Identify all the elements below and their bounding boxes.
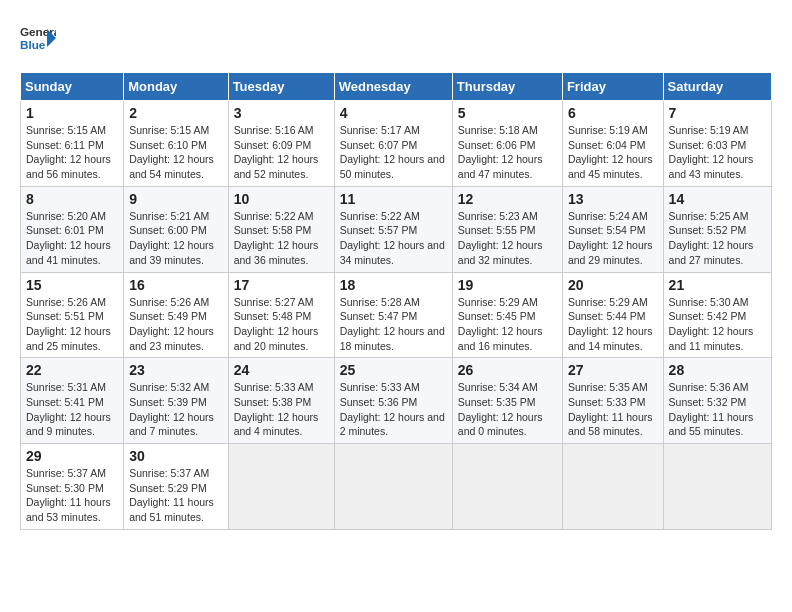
weekday-header-saturday: Saturday bbox=[663, 73, 771, 101]
calendar-cell: 28 Sunrise: 5:36 AM Sunset: 5:32 PM Dayl… bbox=[663, 358, 771, 444]
calendar-cell: 27 Sunrise: 5:35 AM Sunset: 5:33 PM Dayl… bbox=[562, 358, 663, 444]
day-info: Sunrise: 5:30 AM Sunset: 5:42 PM Dayligh… bbox=[669, 295, 766, 354]
day-number: 4 bbox=[340, 105, 447, 121]
day-number: 25 bbox=[340, 362, 447, 378]
calendar-cell: 2 Sunrise: 5:15 AM Sunset: 6:10 PM Dayli… bbox=[124, 101, 228, 187]
day-info: Sunrise: 5:29 AM Sunset: 5:44 PM Dayligh… bbox=[568, 295, 658, 354]
day-info: Sunrise: 5:31 AM Sunset: 5:41 PM Dayligh… bbox=[26, 380, 118, 439]
calendar-cell: 10 Sunrise: 5:22 AM Sunset: 5:58 PM Dayl… bbox=[228, 186, 334, 272]
calendar-cell: 14 Sunrise: 5:25 AM Sunset: 5:52 PM Dayl… bbox=[663, 186, 771, 272]
calendar-cell: 17 Sunrise: 5:27 AM Sunset: 5:48 PM Dayl… bbox=[228, 272, 334, 358]
day-number: 30 bbox=[129, 448, 222, 464]
calendar-week-3: 15 Sunrise: 5:26 AM Sunset: 5:51 PM Dayl… bbox=[21, 272, 772, 358]
day-info: Sunrise: 5:19 AM Sunset: 6:04 PM Dayligh… bbox=[568, 123, 658, 182]
day-number: 6 bbox=[568, 105, 658, 121]
day-info: Sunrise: 5:24 AM Sunset: 5:54 PM Dayligh… bbox=[568, 209, 658, 268]
day-number: 8 bbox=[26, 191, 118, 207]
day-info: Sunrise: 5:18 AM Sunset: 6:06 PM Dayligh… bbox=[458, 123, 557, 182]
weekday-header-thursday: Thursday bbox=[452, 73, 562, 101]
day-number: 24 bbox=[234, 362, 329, 378]
day-info: Sunrise: 5:36 AM Sunset: 5:32 PM Dayligh… bbox=[669, 380, 766, 439]
calendar-week-4: 22 Sunrise: 5:31 AM Sunset: 5:41 PM Dayl… bbox=[21, 358, 772, 444]
weekday-header-wednesday: Wednesday bbox=[334, 73, 452, 101]
calendar-cell: 7 Sunrise: 5:19 AM Sunset: 6:03 PM Dayli… bbox=[663, 101, 771, 187]
weekday-header-monday: Monday bbox=[124, 73, 228, 101]
day-info: Sunrise: 5:33 AM Sunset: 5:36 PM Dayligh… bbox=[340, 380, 447, 439]
day-info: Sunrise: 5:35 AM Sunset: 5:33 PM Dayligh… bbox=[568, 380, 658, 439]
day-info: Sunrise: 5:23 AM Sunset: 5:55 PM Dayligh… bbox=[458, 209, 557, 268]
day-info: Sunrise: 5:32 AM Sunset: 5:39 PM Dayligh… bbox=[129, 380, 222, 439]
calendar-cell: 29 Sunrise: 5:37 AM Sunset: 5:30 PM Dayl… bbox=[21, 444, 124, 530]
calendar-cell: 8 Sunrise: 5:20 AM Sunset: 6:01 PM Dayli… bbox=[21, 186, 124, 272]
weekday-header-friday: Friday bbox=[562, 73, 663, 101]
day-info: Sunrise: 5:33 AM Sunset: 5:38 PM Dayligh… bbox=[234, 380, 329, 439]
calendar-cell: 11 Sunrise: 5:22 AM Sunset: 5:57 PM Dayl… bbox=[334, 186, 452, 272]
calendar-week-2: 8 Sunrise: 5:20 AM Sunset: 6:01 PM Dayli… bbox=[21, 186, 772, 272]
calendar-cell: 21 Sunrise: 5:30 AM Sunset: 5:42 PM Dayl… bbox=[663, 272, 771, 358]
day-info: Sunrise: 5:34 AM Sunset: 5:35 PM Dayligh… bbox=[458, 380, 557, 439]
calendar-cell: 18 Sunrise: 5:28 AM Sunset: 5:47 PM Dayl… bbox=[334, 272, 452, 358]
calendar-cell bbox=[334, 444, 452, 530]
day-number: 29 bbox=[26, 448, 118, 464]
day-number: 27 bbox=[568, 362, 658, 378]
calendar-cell bbox=[562, 444, 663, 530]
day-number: 21 bbox=[669, 277, 766, 293]
calendar-cell: 30 Sunrise: 5:37 AM Sunset: 5:29 PM Dayl… bbox=[124, 444, 228, 530]
calendar-cell bbox=[228, 444, 334, 530]
calendar-cell: 20 Sunrise: 5:29 AM Sunset: 5:44 PM Dayl… bbox=[562, 272, 663, 358]
weekday-header-tuesday: Tuesday bbox=[228, 73, 334, 101]
calendar-cell: 24 Sunrise: 5:33 AM Sunset: 5:38 PM Dayl… bbox=[228, 358, 334, 444]
weekday-header-sunday: Sunday bbox=[21, 73, 124, 101]
day-number: 18 bbox=[340, 277, 447, 293]
calendar-cell: 6 Sunrise: 5:19 AM Sunset: 6:04 PM Dayli… bbox=[562, 101, 663, 187]
calendar-week-5: 29 Sunrise: 5:37 AM Sunset: 5:30 PM Dayl… bbox=[21, 444, 772, 530]
calendar-cell: 13 Sunrise: 5:24 AM Sunset: 5:54 PM Dayl… bbox=[562, 186, 663, 272]
calendar-cell: 5 Sunrise: 5:18 AM Sunset: 6:06 PM Dayli… bbox=[452, 101, 562, 187]
calendar-cell: 23 Sunrise: 5:32 AM Sunset: 5:39 PM Dayl… bbox=[124, 358, 228, 444]
day-info: Sunrise: 5:26 AM Sunset: 5:51 PM Dayligh… bbox=[26, 295, 118, 354]
day-number: 11 bbox=[340, 191, 447, 207]
svg-text:Blue: Blue bbox=[20, 38, 46, 51]
day-info: Sunrise: 5:37 AM Sunset: 5:30 PM Dayligh… bbox=[26, 466, 118, 525]
calendar-table: SundayMondayTuesdayWednesdayThursdayFrid… bbox=[20, 72, 772, 530]
day-info: Sunrise: 5:19 AM Sunset: 6:03 PM Dayligh… bbox=[669, 123, 766, 182]
day-number: 15 bbox=[26, 277, 118, 293]
calendar-cell: 16 Sunrise: 5:26 AM Sunset: 5:49 PM Dayl… bbox=[124, 272, 228, 358]
logo: General Blue bbox=[20, 20, 56, 56]
calendar-cell: 12 Sunrise: 5:23 AM Sunset: 5:55 PM Dayl… bbox=[452, 186, 562, 272]
day-info: Sunrise: 5:27 AM Sunset: 5:48 PM Dayligh… bbox=[234, 295, 329, 354]
day-info: Sunrise: 5:16 AM Sunset: 6:09 PM Dayligh… bbox=[234, 123, 329, 182]
day-number: 7 bbox=[669, 105, 766, 121]
day-info: Sunrise: 5:15 AM Sunset: 6:10 PM Dayligh… bbox=[129, 123, 222, 182]
calendar-cell: 25 Sunrise: 5:33 AM Sunset: 5:36 PM Dayl… bbox=[334, 358, 452, 444]
day-number: 12 bbox=[458, 191, 557, 207]
day-info: Sunrise: 5:21 AM Sunset: 6:00 PM Dayligh… bbox=[129, 209, 222, 268]
day-number: 1 bbox=[26, 105, 118, 121]
day-info: Sunrise: 5:26 AM Sunset: 5:49 PM Dayligh… bbox=[129, 295, 222, 354]
day-number: 22 bbox=[26, 362, 118, 378]
day-number: 14 bbox=[669, 191, 766, 207]
calendar-cell: 19 Sunrise: 5:29 AM Sunset: 5:45 PM Dayl… bbox=[452, 272, 562, 358]
day-info: Sunrise: 5:15 AM Sunset: 6:11 PM Dayligh… bbox=[26, 123, 118, 182]
day-number: 13 bbox=[568, 191, 658, 207]
logo-icon: General Blue bbox=[20, 20, 56, 56]
day-number: 17 bbox=[234, 277, 329, 293]
day-number: 10 bbox=[234, 191, 329, 207]
page-header: General Blue bbox=[20, 20, 772, 56]
day-number: 2 bbox=[129, 105, 222, 121]
day-number: 26 bbox=[458, 362, 557, 378]
day-info: Sunrise: 5:37 AM Sunset: 5:29 PM Dayligh… bbox=[129, 466, 222, 525]
day-number: 28 bbox=[669, 362, 766, 378]
calendar-cell: 15 Sunrise: 5:26 AM Sunset: 5:51 PM Dayl… bbox=[21, 272, 124, 358]
day-info: Sunrise: 5:17 AM Sunset: 6:07 PM Dayligh… bbox=[340, 123, 447, 182]
day-number: 5 bbox=[458, 105, 557, 121]
day-info: Sunrise: 5:22 AM Sunset: 5:58 PM Dayligh… bbox=[234, 209, 329, 268]
calendar-week-1: 1 Sunrise: 5:15 AM Sunset: 6:11 PM Dayli… bbox=[21, 101, 772, 187]
day-info: Sunrise: 5:29 AM Sunset: 5:45 PM Dayligh… bbox=[458, 295, 557, 354]
calendar-cell: 9 Sunrise: 5:21 AM Sunset: 6:00 PM Dayli… bbox=[124, 186, 228, 272]
calendar-cell: 4 Sunrise: 5:17 AM Sunset: 6:07 PM Dayli… bbox=[334, 101, 452, 187]
day-number: 23 bbox=[129, 362, 222, 378]
calendar-cell bbox=[663, 444, 771, 530]
calendar-cell: 1 Sunrise: 5:15 AM Sunset: 6:11 PM Dayli… bbox=[21, 101, 124, 187]
day-number: 9 bbox=[129, 191, 222, 207]
